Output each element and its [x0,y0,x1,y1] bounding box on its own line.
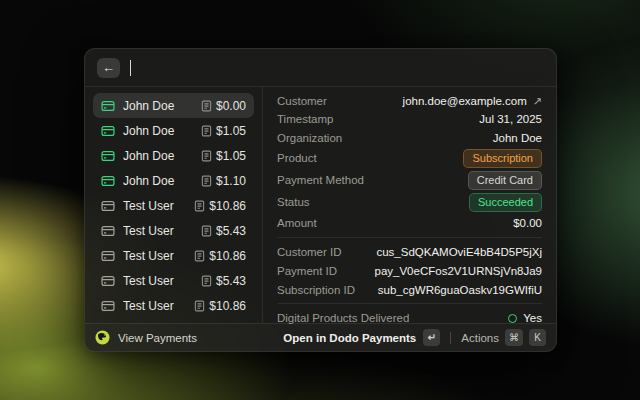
return-key-icon: ↵ [423,329,440,346]
footer-left: View Payments [95,330,283,345]
receipt-icon [201,225,212,237]
detail-row: Subscription ID sub_cgWR6guaOaskv19GWIfi… [277,280,542,299]
receipt-icon [201,100,212,112]
customer-email-link[interactable]: john.doe@example.com↗ [403,95,542,108]
receipt-icon [194,200,205,212]
list-item-amount: $10.86 [209,299,246,313]
detail-value: John Doe [493,132,542,144]
detail-badge: Succeeded [469,193,542,212]
list-item-amount: $10.86 [209,249,246,263]
list-item-amount-wrap: $10.86 [194,299,246,313]
search-input[interactable] [131,49,544,86]
detail-label: Customer ID [277,246,342,258]
actions-button[interactable]: Actions ⌘ K [461,329,546,346]
list-item-name: Test User [123,224,193,238]
credit-card-icon [101,199,115,213]
list-item-name: Test User [123,249,186,263]
credit-card-icon [101,99,115,113]
detail-label: Payment Method [277,174,364,186]
list-item-amount: $5.43 [216,224,246,238]
detail-label: Payment ID [277,265,337,277]
payment-list-item[interactable]: Test User $5.43 [93,218,254,243]
back-button[interactable]: ← [97,58,120,78]
list-item-amount: $1.10 [216,174,246,188]
credit-card-icon [101,249,115,263]
detail-divider [277,303,542,304]
credit-card-icon [101,174,115,188]
credit-card-icon [101,224,115,238]
payment-list-item[interactable]: John Doe $1.05 [93,118,254,143]
detail-row: Status Succeeded [277,191,542,213]
list-item-name: John Doe [123,124,193,138]
credit-card-icon [101,274,115,288]
detail-badge: Subscription [463,149,542,168]
payment-list-item[interactable]: John Doe $1.05 [93,143,254,168]
detail-value: pay_V0eCFos2V1URNSjVn8Ja9 [375,265,542,277]
detail-label: Status [277,196,310,208]
customer-email: john.doe@example.com [403,95,527,107]
footer-bar: View Payments Open in Dodo Payments ↵ Ac… [85,323,556,351]
detail-value: cus_SdQKAMOviE4bB4D5P5jXj [376,246,542,258]
list-item-amount: $1.05 [216,124,246,138]
external-link-icon: ↗ [533,95,542,108]
detail-badge: Credit Card [468,171,542,190]
receipt-icon [201,175,212,187]
credit-card-icon [101,124,115,138]
detail-row: Payment ID pay_V0eCFos2V1URNSjVn8Ja9 [277,261,542,280]
list-item-amount-wrap: $1.05 [201,149,246,163]
list-item-amount: $5.43 [216,274,246,288]
detail-value: sub_cgWR6guaOaskv19GWIfiU [378,284,542,296]
list-item-amount: $1.05 [216,149,246,163]
window-body: John Doe $0.00 John Doe $1.05 [85,87,556,323]
list-item-amount-wrap: $1.05 [201,124,246,138]
list-item-amount: $0.00 [216,99,246,113]
detail-row: Payment Method Credit Card [277,169,542,191]
list-item-amount: $10.86 [209,199,246,213]
command-key-icon: ⌘ [505,329,523,346]
receipt-icon [194,250,205,262]
detail-value: Jul 31, 2025 [479,113,542,125]
list-item-amount-wrap: $0.00 [201,99,246,113]
dodo-payments-logo-icon [95,330,110,345]
footer-right: Open in Dodo Payments ↵ Actions ⌘ K [283,329,546,346]
list-item-name: Test User [123,199,186,213]
list-item-amount-wrap: $5.43 [201,224,246,238]
detail-label: Amount [277,217,317,229]
footer-divider [450,332,451,344]
detail-label: Timestamp [277,113,333,125]
detail-row: Timestamp Jul 31, 2025 [277,110,542,128]
open-in-dodo-payments-button[interactable]: Open in Dodo Payments ↵ [283,329,440,346]
detail-row: Customer john.doe@example.com↗ [277,92,542,110]
receipt-icon [201,150,212,162]
list-item-amount-wrap: $10.86 [194,199,246,213]
list-item-name: John Doe [123,149,193,163]
detail-value: $0.00 [513,217,542,229]
credit-card-icon [101,149,115,163]
credit-card-icon [101,299,115,313]
payment-list-item[interactable]: Test User $5.43 [93,268,254,293]
payment-details: Customer john.doe@example.com↗ Timestamp… [263,87,556,323]
payments-list: John Doe $0.00 John Doe $1.05 [85,87,263,323]
list-item-name: John Doe [123,174,193,188]
list-item-name: Test User [123,274,193,288]
actions-label: Actions [461,332,499,344]
detail-divider [277,237,542,238]
receipt-icon [194,300,205,312]
detail-label: Customer [277,95,327,107]
list-item-amount-wrap: $10.86 [194,249,246,263]
payments-window: ← John Doe $0.00 John Doe [84,48,557,352]
payment-list-item[interactable]: John Doe $1.10 [93,168,254,193]
payment-list-item[interactable]: John Doe $0.00 [93,93,254,118]
payment-list-item[interactable]: Test User $10.86 [93,243,254,268]
delivered-circle-icon [508,314,517,323]
detail-label: Product [277,152,317,164]
list-item-amount-wrap: $5.43 [201,274,246,288]
list-item-name: Test User [123,299,186,313]
detail-row: Product Subscription [277,147,542,169]
receipt-icon [201,275,212,287]
list-item-amount-wrap: $1.10 [201,174,246,188]
detail-label: Organization [277,132,342,144]
payment-list-item[interactable]: Test User $10.86 [93,293,254,318]
payment-list-item[interactable]: Test User $10.86 [93,193,254,218]
list-item-name: John Doe [123,99,193,113]
